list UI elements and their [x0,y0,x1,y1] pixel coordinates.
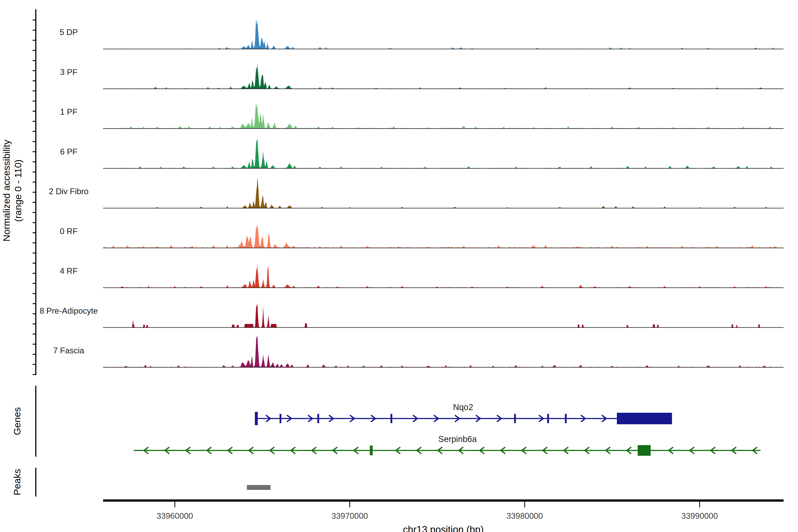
gene-Serpinb6a: Serpinb6a [134,435,761,456]
gene-exon-box [638,445,651,456]
gene-Nqo2: Nqo2 [255,402,672,425]
gene-exon-tick [514,414,516,423]
x-axis-tick-label: 33990000 [681,511,718,520]
coverage-area-5-DP [103,19,784,49]
genes-section: Genes Nqo2Serpinb6a [12,386,761,457]
track-label: 1 PF [60,107,77,116]
coverage-area-0-RF [103,223,784,248]
gene-name-label: Nqo2 [453,402,473,412]
x-axis-tick-label: 33980000 [507,511,543,520]
coverage-plot: Normalized accessibility (range 0 - 110)… [0,0,798,532]
track-label: 6 PF [60,147,77,156]
gene-exon-tick [318,414,319,423]
coverage-track-labels: 5 DP3 PF1 PF6 PF2 Div Fibro0 RF4 RF8 Pre… [39,28,98,355]
gene-exon-tick [391,414,392,423]
peaks-section: Peaks [12,468,270,496]
coverage-area-8-Pre-Adipocyte [103,303,784,327]
coverage-area-7-Fascia [103,335,784,367]
gene-exon-box [617,413,672,424]
coverage-area-1-PF [103,103,784,129]
coverage-area-3-PF [103,64,784,89]
track-label: 4 RF [60,266,78,276]
x-axis-ticks: 33960000339700003398000033990000 [156,501,718,520]
track-label: 2 Div Fibro [49,187,89,196]
y-axis: Normalized accessibility (range 0 - 110) [1,9,36,375]
track-label: 3 PF [60,68,77,77]
track-label: 8 Pre-Adipocyte [39,306,98,316]
peaks-section-label: Peaks [12,469,22,495]
coverage-area-2-Div-Fibro [103,177,784,208]
y-axis-title-line2: (range 0 - 110) [13,159,23,222]
track-label: 7 Fascia [53,346,84,355]
peak-bars [247,485,271,490]
x-axis-tick-label: 33960000 [156,511,193,520]
gene-exon-tick [565,414,567,423]
gene-models: Nqo2Serpinb6a [134,402,761,456]
x-axis-tick-label: 33970000 [331,511,368,520]
coverage-area-4-RF [103,265,784,288]
gene-name-label: Serpinb6a [438,435,477,444]
y-axis-title-line1: Normalized accessibility [1,140,12,241]
track-label: 5 DP [60,28,78,37]
y-axis-ticks [33,20,36,375]
gene-exon-tick [547,414,549,423]
coverage-tracks [103,19,784,367]
x-axis: 33960000339700003398000033990000 chr13 p… [103,500,784,532]
gene-exon-tick [280,414,281,423]
peak-bar [247,485,271,490]
gene-exon-box [370,445,373,455]
track-label: 0 RF [60,227,78,236]
coverage-area-6-PF [103,138,784,168]
gene-exon-tick [255,412,258,425]
x-axis-title: chr13 position (bp) [403,524,484,532]
genes-section-label: Genes [12,407,22,435]
